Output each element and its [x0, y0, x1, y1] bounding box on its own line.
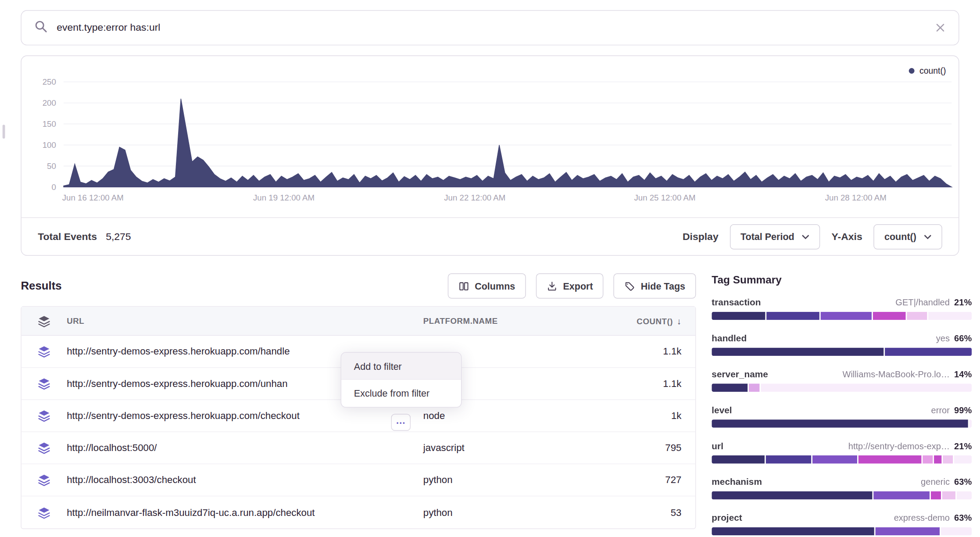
tag-top-value[interactable]: yes	[936, 333, 950, 343]
url-cell[interactable]: http://sentry-demos-express.herokuapp.co…	[67, 410, 423, 422]
tag-percentage: 21%	[954, 441, 972, 451]
tag-distribution-bar[interactable]	[712, 419, 972, 428]
url-cell[interactable]: http://localhost:5000/	[67, 442, 423, 454]
tag-item: levelerror99%	[712, 405, 972, 428]
tag-percentage: 66%	[954, 333, 972, 343]
tag-item: projectexpress-demo63%	[712, 513, 972, 536]
count-cell: 727	[625, 474, 695, 486]
chevron-down-icon	[924, 234, 931, 239]
tag-name: project	[712, 513, 742, 523]
table-row[interactable]: http://neilmanvar-flask-m3uuizd7iq-uc.a.…	[21, 496, 695, 528]
results-section: Results Columns Export	[21, 272, 696, 529]
discover-page: count() 050100150200250Jun 16 12:00 AMJu…	[0, 0, 980, 537]
tag-summary-panel: Tag Summary transactionGET|/handled21%ha…	[712, 272, 972, 537]
tag-top-value[interactable]: express-demo	[894, 513, 950, 523]
tag-item: mechanismgeneric63%	[712, 477, 972, 500]
platform-cell: javascript	[423, 442, 625, 454]
export-button[interactable]: Export	[536, 273, 604, 298]
results-title: Results	[21, 279, 61, 293]
tag-summary-list: transactionGET|/handled21%handledyes66%s…	[712, 297, 972, 536]
search-bar[interactable]	[21, 10, 959, 45]
events-chart-panel: count() 050100150200250Jun 16 12:00 AMJu…	[21, 55, 959, 256]
count-cell: 53	[625, 507, 695, 518]
tag-distribution-bar[interactable]	[712, 383, 972, 392]
svg-text:Jun 16 12:00 AM: Jun 16 12:00 AM	[62, 193, 124, 202]
tag-item: transactionGET|/handled21%	[712, 297, 972, 320]
legend-label: count()	[919, 66, 946, 76]
layers-column-icon[interactable]	[38, 315, 50, 327]
svg-text:200: 200	[43, 98, 56, 107]
tag-top-value[interactable]: generic	[921, 477, 950, 487]
tag-icon	[624, 281, 635, 291]
tag-percentage: 63%	[954, 513, 972, 523]
context-menu-item[interactable]: Exclude from filter	[341, 380, 461, 407]
chart-legend[interactable]: count()	[909, 66, 946, 76]
column-header-url[interactable]: URL	[67, 316, 423, 326]
tag-distribution-bar[interactable]	[712, 455, 972, 464]
display-label: Display	[683, 231, 719, 242]
svg-text:150: 150	[43, 119, 56, 129]
table-row[interactable]: http://localhost:3003/checkoutpython727	[21, 464, 695, 496]
count-cell: 795	[625, 442, 695, 454]
svg-text:Jun 19 12:00 AM: Jun 19 12:00 AM	[253, 193, 315, 202]
tag-name: level	[712, 405, 732, 415]
yaxis-select[interactable]: count()	[874, 224, 942, 249]
context-menu: Add to filterExclude from filter	[341, 352, 462, 408]
display-select-value: Total Period	[740, 231, 794, 242]
results-toolbar: Columns Export Hide Tags	[447, 273, 696, 298]
columns-button[interactable]: Columns	[447, 273, 526, 298]
svg-text:Jun 22 12:00 AM: Jun 22 12:00 AM	[444, 193, 505, 202]
count-cell: 1.1k	[625, 378, 695, 389]
sidebar-collapse-handle[interactable]	[3, 125, 5, 139]
cell-actions-button[interactable]: ⋯	[391, 414, 411, 431]
search-input[interactable]	[57, 22, 926, 33]
platform-cell: python	[423, 474, 625, 486]
svg-text:100: 100	[43, 140, 56, 150]
layers-icon	[38, 345, 50, 358]
layers-icon	[38, 441, 50, 454]
url-cell[interactable]: http://localhost:3003/checkout	[67, 474, 423, 486]
results-table: URL PLATFORM.NAME COUNT()↓ http://sentry…	[21, 306, 696, 529]
tag-item: urlhttp://sentry-demos-exp…21%	[712, 441, 972, 464]
tag-percentage: 99%	[954, 405, 972, 415]
count-header-label: COUNT()	[637, 316, 673, 326]
chart-footer: Total Events 5,275 Display Total Period …	[21, 217, 959, 255]
display-select[interactable]: Total Period	[730, 224, 820, 249]
tag-summary-title: Tag Summary	[712, 272, 972, 288]
tag-name: server_name	[712, 369, 768, 379]
tag-distribution-bar[interactable]	[712, 312, 972, 320]
tag-percentage: 63%	[954, 477, 972, 487]
table-header-row: URL PLATFORM.NAME COUNT()↓	[21, 307, 695, 336]
hide-tags-button[interactable]: Hide Tags	[614, 273, 696, 298]
tag-distribution-bar[interactable]	[712, 348, 972, 356]
tag-distribution-bar[interactable]	[712, 527, 972, 536]
tag-distribution-bar[interactable]	[712, 491, 972, 500]
tag-top-value[interactable]: GET|/handled	[895, 297, 950, 308]
table-row[interactable]: http://localhost:5000/javascript795	[21, 432, 695, 464]
layers-icon	[38, 377, 50, 390]
columns-icon	[458, 281, 469, 291]
svg-text:0: 0	[51, 183, 56, 192]
layers-icon	[38, 474, 50, 487]
events-chart[interactable]: 050100150200250Jun 16 12:00 AMJun 19 12:…	[21, 56, 960, 204]
tag-top-value[interactable]: error	[931, 405, 950, 415]
context-menu-item[interactable]: Add to filter	[341, 353, 461, 380]
layers-icon	[38, 506, 50, 519]
columns-button-label: Columns	[475, 281, 515, 291]
tag-percentage: 21%	[954, 297, 972, 308]
column-header-count[interactable]: COUNT()↓	[625, 316, 695, 326]
tag-top-value[interactable]: http://sentry-demos-exp…	[848, 441, 950, 451]
tag-name: transaction	[712, 297, 761, 308]
sort-desc-icon: ↓	[677, 316, 682, 326]
total-events-label: Total Events	[38, 231, 97, 242]
svg-text:50: 50	[47, 161, 56, 171]
tag-name: url	[712, 441, 723, 451]
column-header-platform[interactable]: PLATFORM.NAME	[423, 316, 625, 326]
svg-text:250: 250	[43, 77, 56, 86]
svg-text:Jun 28 12:00 AM: Jun 28 12:00 AM	[825, 193, 887, 202]
tag-top-value[interactable]: Williams-MacBook-Pro.lo…	[842, 369, 950, 379]
legend-dot-icon	[909, 68, 915, 74]
clear-search-icon[interactable]	[935, 22, 946, 33]
url-cell[interactable]: http://neilmanvar-flask-m3uuizd7iq-uc.a.…	[67, 507, 423, 518]
hide-tags-button-label: Hide Tags	[641, 281, 685, 291]
